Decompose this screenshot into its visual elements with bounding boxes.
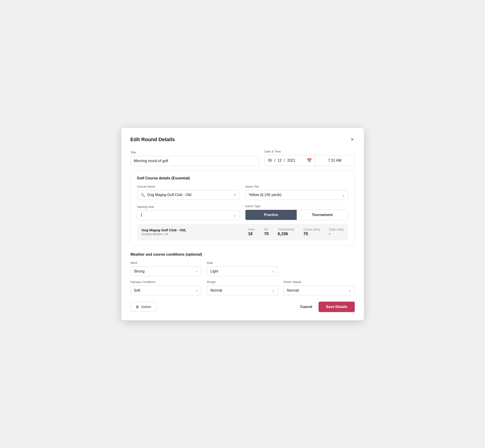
- title-datetime-row: Title Date & Time 05 / 12 / 2021 📅 7:31 …: [130, 150, 355, 166]
- slope-rating-label: Slope rating: [329, 228, 343, 231]
- datetime-label: Date & Time: [265, 150, 355, 153]
- course-info-stats: Holes 18 Par 70 Yards(Yellow) 6,156 Cour…: [248, 228, 344, 236]
- rough-label: Rough: [207, 280, 278, 284]
- stat-course-rating: Course rating 70: [303, 228, 320, 236]
- par-label: Par: [264, 228, 268, 231]
- date-year: 2021: [287, 159, 295, 162]
- wind-select[interactable]: None Light Moderate Strong: [130, 266, 202, 276]
- game-type-label: Game Type: [245, 204, 348, 208]
- save-details-button[interactable]: Save Details: [319, 302, 355, 312]
- chevron-down-icon-hole: ⌄: [233, 213, 236, 217]
- fairway-select[interactable]: Soft Normal Hard: [130, 286, 202, 295]
- title-label: Title: [130, 151, 259, 154]
- delete-button[interactable]: 🗑 Delete: [130, 302, 156, 312]
- title-input[interactable]: [130, 156, 259, 166]
- course-rating-label: Course rating: [303, 228, 320, 231]
- select-tee-value: Yellow (6,156 yards): [249, 193, 282, 197]
- date-sep1: /: [274, 159, 275, 162]
- holes-value: 18: [248, 232, 252, 236]
- starting-hole-dropdown[interactable]: 1 ⌄: [137, 210, 240, 220]
- course-info-location: Shelford Bottom, UK: [142, 232, 186, 236]
- golf-course-section: Golf Course details (Essential) Course N…: [130, 170, 355, 246]
- trash-icon: 🗑: [136, 305, 139, 309]
- course-info-name: Gog Magog Golf Club - Old,: [142, 228, 186, 232]
- datetime-group: Date & Time 05 / 12 / 2021 📅 7:31 AM: [265, 150, 355, 166]
- fairway-label: Fairway Conditions: [130, 280, 202, 284]
- modal-title: Edit Round Details: [130, 136, 175, 143]
- green-speed-select[interactable]: Slow Normal Fast: [283, 286, 355, 295]
- game-type-toggle: Practice Tournament: [245, 210, 348, 220]
- select-tee-label: Select Tee: [245, 185, 348, 188]
- calendar-icon[interactable]: 📅: [307, 158, 312, 163]
- footer-row: 🗑 Delete Cancel Save Details: [130, 302, 355, 312]
- green-speed-group: Green Speed Slow Normal Fast ⌄: [283, 280, 355, 295]
- time-input[interactable]: 7:31 AM: [315, 155, 355, 166]
- title-group: Title: [130, 151, 259, 166]
- select-tee-group: Select Tee Yellow (6,156 yards) ⌄: [245, 185, 348, 200]
- rain-group: Rain None Light Moderate Heavy ⌄: [207, 261, 278, 276]
- rain-label: Rain: [207, 261, 278, 264]
- date-month: 05: [268, 159, 272, 162]
- course-info-text: Gog Magog Golf Club - Old, Shelford Bott…: [142, 228, 186, 236]
- rough-group: Rough Short Normal Long ⌄: [207, 280, 278, 295]
- course-name-label: Course Name: [137, 185, 240, 188]
- clear-icon[interactable]: ✕: [233, 193, 236, 197]
- rain-select-container: None Light Moderate Heavy ⌄: [207, 266, 278, 276]
- close-button[interactable]: ×: [350, 136, 355, 143]
- stat-slope-rating: Slope rating -: [329, 228, 343, 236]
- starting-hole-value: 1: [140, 213, 143, 217]
- hole-gametype-row: Starting Hole 1 ⌄ Game Type Practice Tou…: [137, 204, 348, 220]
- fairway-rough-green-row: Fairway Conditions Soft Normal Hard ⌄ Ro…: [130, 280, 355, 295]
- yards-value: 6,156: [278, 232, 288, 236]
- wind-label: Wind: [130, 261, 202, 264]
- time-value: 7:31 AM: [328, 159, 341, 162]
- par-value: 70: [264, 232, 269, 236]
- course-name-input[interactable]: 🔍 Gog Magog Golf Club - Old ✕: [137, 190, 240, 200]
- edit-round-modal: Edit Round Details × Title Date & Time 0…: [121, 128, 364, 320]
- game-type-group: Game Type Practice Tournament: [245, 204, 348, 220]
- holes-label: Holes: [248, 228, 255, 231]
- cancel-button[interactable]: Cancel: [298, 302, 315, 312]
- course-rating-value: 70: [303, 232, 308, 236]
- stat-par: Par 70: [264, 228, 269, 236]
- search-icon: 🔍: [140, 193, 145, 197]
- rough-select[interactable]: Short Normal Long: [207, 286, 278, 295]
- select-tee-dropdown[interactable]: Yellow (6,156 yards) ⌄: [245, 190, 348, 200]
- chevron-down-icon: ⌄: [342, 193, 345, 197]
- wind-rain-row: Wind None Light Moderate Strong ⌄ Rain N…: [130, 261, 355, 276]
- tournament-toggle-btn[interactable]: Tournament: [297, 210, 348, 220]
- stat-yards: Yards(Yellow) 6,156: [278, 228, 294, 236]
- golf-course-section-title: Golf Course details (Essential): [137, 176, 348, 180]
- date-day: 12: [278, 159, 282, 162]
- weather-section-title: Weather and course conditions (optional): [130, 252, 355, 256]
- green-speed-select-container: Slow Normal Fast ⌄: [283, 286, 355, 295]
- course-name-group: Course Name 🔍 Gog Magog Golf Club - Old …: [137, 185, 240, 200]
- green-speed-label: Green Speed: [283, 280, 355, 284]
- course-tee-row: Course Name 🔍 Gog Magog Golf Club - Old …: [137, 185, 348, 200]
- practice-toggle-btn[interactable]: Practice: [245, 210, 297, 220]
- delete-label: Delete: [141, 305, 151, 309]
- weather-section: Weather and course conditions (optional)…: [130, 252, 355, 295]
- wind-group: Wind None Light Moderate Strong ⌄: [130, 261, 202, 276]
- fairway-group: Fairway Conditions Soft Normal Hard ⌄: [130, 280, 202, 295]
- fairway-select-container: Soft Normal Hard ⌄: [130, 286, 202, 295]
- wind-select-container: None Light Moderate Strong ⌄: [130, 266, 202, 276]
- date-input[interactable]: 05 / 12 / 2021 📅: [265, 155, 315, 166]
- date-sep2: /: [284, 159, 285, 162]
- footer-right: Cancel Save Details: [298, 302, 355, 312]
- stat-holes: Holes 18: [248, 228, 255, 236]
- course-name-value: Gog Magog Golf Club - Old: [147, 193, 192, 197]
- rain-select[interactable]: None Light Moderate Heavy: [207, 266, 278, 276]
- yards-label: Yards(Yellow): [278, 228, 294, 231]
- slope-rating-value: -: [329, 232, 330, 236]
- course-info-box: Gog Magog Golf Club - Old, Shelford Bott…: [137, 224, 348, 240]
- starting-hole-group: Starting Hole 1 ⌄: [137, 205, 240, 220]
- modal-header: Edit Round Details ×: [130, 136, 355, 143]
- starting-hole-label: Starting Hole: [137, 205, 240, 208]
- rough-select-container: Short Normal Long ⌄: [207, 286, 278, 295]
